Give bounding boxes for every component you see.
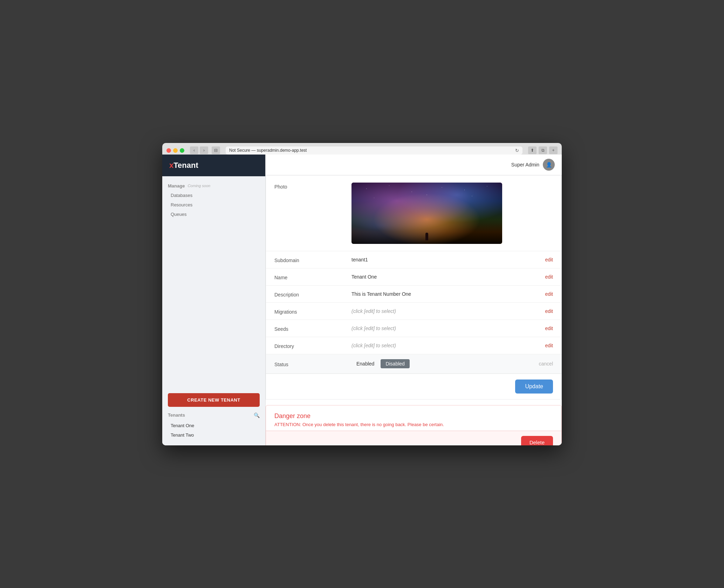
minimize-traffic-light[interactable]	[173, 148, 178, 153]
migrations-value: (click [edit] to select)	[351, 308, 531, 314]
status-disabled-option[interactable]: Disabled	[381, 359, 409, 368]
address-text: Not Secure — superadmin.demo-app.test	[229, 148, 307, 153]
directory-edit-link[interactable]: edit	[545, 343, 553, 348]
delete-button[interactable]: Delete	[521, 436, 553, 445]
fullscreen-traffic-light[interactable]	[180, 148, 184, 153]
photo-container	[351, 183, 553, 244]
directory-label: Directory	[274, 342, 337, 349]
status-cancel-link[interactable]: cancel	[539, 361, 553, 367]
sidebar-item-databases[interactable]: Databases	[168, 191, 260, 200]
sidebar-item-queues[interactable]: Queues	[168, 210, 260, 219]
directory-row: Directory (click [edit] to select) edit	[266, 337, 561, 354]
update-button[interactable]: Update	[515, 380, 553, 394]
back-button[interactable]: ‹	[190, 146, 198, 154]
traffic-lights	[166, 148, 184, 153]
migrations-edit-link[interactable]: edit	[545, 308, 553, 314]
tenants-title: Tenants	[168, 412, 185, 418]
danger-zone-footer: Delete	[266, 431, 561, 445]
description-value: This is Tenant Number One	[351, 291, 531, 297]
description-label: Description	[274, 290, 337, 298]
migrations-label: Migrations	[274, 308, 337, 315]
tenants-header: Tenants 🔍	[168, 412, 260, 418]
photo-silhouette	[425, 233, 428, 240]
address-bar: Not Secure — superadmin.demo-app.test ↻	[226, 146, 522, 155]
status-toggle: Enabled Disabled	[351, 359, 525, 368]
name-label: Name	[274, 273, 337, 280]
browser-chrome: ‹ › ⊟ Not Secure — superadmin.demo-app.t…	[162, 143, 562, 155]
form-section: Photo Subdomain tenant1	[266, 175, 562, 399]
tenant-photo	[351, 183, 502, 244]
seeds-label: Seeds	[274, 325, 337, 332]
photo-galaxy	[351, 183, 502, 244]
sidebar: xTenant Manage Coming soon Databases Res…	[162, 155, 266, 445]
tenants-section: Tenants 🔍 Tenant One Tenant Two	[162, 412, 265, 445]
main-header: Super Admin 👤	[266, 155, 562, 175]
manage-label: Manage	[168, 183, 185, 189]
sidebar-content: Manage Coming soon Databases Resources Q…	[162, 176, 265, 388]
status-row: Status Enabled Disabled cancel	[266, 354, 561, 374]
forward-button[interactable]: ›	[200, 146, 208, 154]
browser-actions: ⬆ ⧉ +	[528, 146, 558, 154]
avatar-icon: 👤	[546, 162, 552, 167]
migrations-row: Migrations (click [edit] to select) edit	[266, 303, 561, 320]
coming-soon-badge: Coming soon	[187, 184, 210, 188]
logo-x: x	[169, 161, 173, 170]
danger-zone-message: ATTENTION: Once you delete this tenant, …	[274, 422, 553, 427]
danger-zone-title: Danger zone	[274, 412, 553, 420]
description-row: Description This is Tenant Number One ed…	[266, 286, 561, 303]
avatar: 👤	[543, 159, 555, 171]
main-content: Super Admin 👤 Photo	[266, 155, 562, 445]
description-edit-link[interactable]: edit	[545, 291, 553, 297]
subdomain-value: tenant1	[351, 257, 531, 262]
photo-label: Photo	[274, 183, 337, 190]
name-value: Tenant One	[351, 274, 531, 280]
duplicate-button[interactable]: ⧉	[539, 146, 547, 154]
user-name: Super Admin	[511, 162, 539, 167]
reload-button[interactable]: ↻	[515, 148, 519, 153]
new-tab-button[interactable]: +	[549, 146, 558, 154]
sidebar-item-resources[interactable]: Resources	[168, 200, 260, 210]
seeds-value: (click [edit] to select)	[351, 326, 531, 331]
nav-buttons: ‹ ›	[190, 146, 208, 154]
tenant-search-button[interactable]: 🔍	[254, 412, 260, 418]
subdomain-row: Subdomain tenant1 edit	[266, 251, 561, 268]
danger-zone: Danger zone ATTENTION: Once you delete t…	[266, 405, 562, 445]
subdomain-edit-link[interactable]: edit	[545, 257, 553, 262]
content-area: Photo Subdomain tenant1	[266, 175, 562, 445]
share-button[interactable]: ⬆	[528, 146, 537, 154]
seeds-edit-link[interactable]: edit	[545, 326, 553, 331]
close-traffic-light[interactable]	[166, 148, 171, 153]
subdomain-label: Subdomain	[274, 256, 337, 263]
status-enabled-option[interactable]: Enabled	[351, 359, 379, 368]
create-new-tenant-button[interactable]: CREATE NEW TENANT	[168, 393, 260, 407]
tenant-list-item-two[interactable]: Tenant Two	[168, 430, 260, 440]
manage-section-title: Manage Coming soon	[168, 183, 260, 189]
app-container: xTenant Manage Coming soon Databases Res…	[162, 155, 562, 445]
status-label: Status	[274, 360, 337, 367]
name-row: Name Tenant One edit	[266, 268, 561, 286]
app-header: xTenant	[162, 155, 265, 176]
sidebar-toggle-button[interactable]: ⊟	[212, 146, 220, 154]
directory-value: (click [edit] to select)	[351, 343, 531, 348]
app-logo: xTenant	[169, 161, 198, 170]
search-icon: 🔍	[254, 412, 260, 418]
browser-window: ‹ › ⊟ Not Secure — superadmin.demo-app.t…	[162, 143, 562, 445]
photo-row: Photo	[266, 176, 561, 251]
logo-text: Tenant	[173, 161, 198, 170]
danger-zone-header: Danger zone ATTENTION: Once you delete t…	[266, 405, 561, 431]
update-row: Update	[266, 374, 561, 399]
seeds-row: Seeds (click [edit] to select) edit	[266, 320, 561, 337]
tenant-list-item-one[interactable]: Tenant One	[168, 421, 260, 430]
create-btn-container: CREATE NEW TENANT	[162, 388, 265, 412]
name-edit-link[interactable]: edit	[545, 274, 553, 280]
